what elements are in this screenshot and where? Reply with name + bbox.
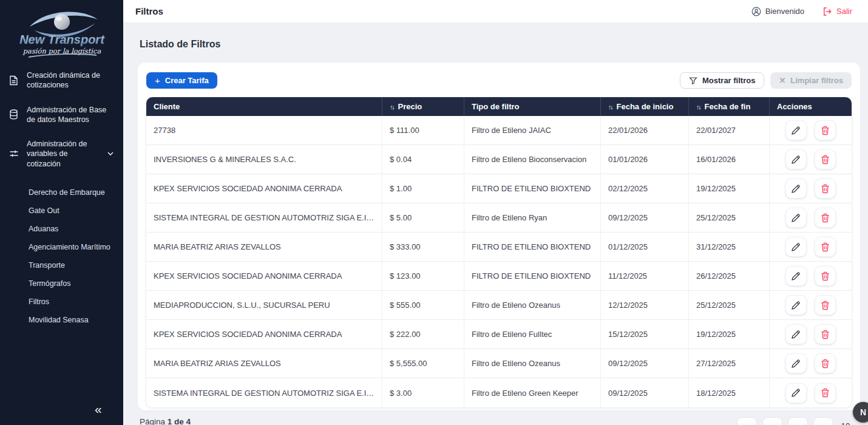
sidebar-item-label: Creación dinámica de cotizaciones <box>27 70 115 90</box>
show-filters-button[interactable]: Mostrar filtros <box>680 72 764 89</box>
edit-button[interactable] <box>785 178 807 199</box>
sidebar-item-creacion-cotizaciones[interactable]: Creación dinámica de cotizaciones <box>8 70 115 90</box>
welcome-menu[interactable]: Bienvenido <box>751 7 804 16</box>
cell-acciones <box>769 116 852 145</box>
cell-precio: $ 123.00 <box>382 262 464 291</box>
sidebar-item-bd-maestros[interactable]: Administración de Base de datos Maestros <box>8 105 115 125</box>
sidebar-subitem[interactable]: Gate Out <box>29 202 115 220</box>
table-row: SISTEMA INTEGRAL DE GESTION AUTOMOTRIZ S… <box>146 378 852 407</box>
sidebar-item-variables-cotizacion[interactable]: Administración de variables de cotizació… <box>8 139 115 169</box>
sidebar-subitem[interactable]: Aduanas <box>29 220 115 238</box>
sidebar-subitem-label: Movilidad Senasa <box>29 316 89 324</box>
cell-tipo-filtro: Filtro de Etileno Bioconservacion <box>464 145 600 174</box>
delete-button[interactable] <box>815 266 836 286</box>
next-page-button[interactable]: › <box>788 417 808 425</box>
table-row: MARIA BEATRIZ ARIAS ZEVALLOS $ 333.00 FI… <box>146 233 852 262</box>
sidebar-subitem[interactable]: Movilidad Senasa <box>29 311 115 329</box>
pagination-controls: « ‹ › » 10 ⌄ <box>737 417 858 425</box>
cell-cliente: SISTEMA INTEGRAL DE GESTION AUTOMOTRIZ S… <box>146 378 382 407</box>
cell-tipo-filtro: Filtro de Etileno Ozeanus <box>464 349 600 378</box>
collapse-icon: « <box>95 402 102 416</box>
page-indicator: Página 1 de 4 <box>140 417 191 425</box>
delete-button[interactable] <box>815 295 836 315</box>
cell-fecha-inicio: 01/12/2025 <box>600 233 688 262</box>
logout-button[interactable]: Salir <box>822 7 852 16</box>
cell-tipo-filtro: Filtro de Etileno Ryan <box>464 203 600 233</box>
sidebar-subitem[interactable]: Termógrafos <box>29 274 115 293</box>
database-icon <box>8 109 19 120</box>
column-fecha-inicio[interactable]: ↑↓Fecha de inicio <box>600 97 688 116</box>
edit-button[interactable] <box>785 324 807 344</box>
logout-label: Salir <box>836 7 852 16</box>
trash-icon <box>821 330 830 339</box>
sidebar-subitem-label: Aduanas <box>29 225 58 233</box>
trash-icon <box>821 388 830 398</box>
filters-card: + Crear Tarifa Mostrar filtros ✕ <box>138 63 860 410</box>
trash-icon <box>821 271 830 281</box>
pencil-icon <box>791 330 801 339</box>
sidebar-item-label: Administración de variables de cotizació… <box>27 139 98 169</box>
edit-button[interactable] <box>785 383 807 403</box>
cell-fecha-fin: 18/12/2025 <box>688 378 769 407</box>
double-chevron-right-icon: » <box>821 421 826 425</box>
sidebar-collapse-button[interactable]: « <box>95 403 102 415</box>
sidebar-subitem-label: Termógrafos <box>29 279 70 288</box>
sidebar-subitem[interactable]: Transporte <box>29 256 115 274</box>
double-chevron-left-icon: « <box>744 421 749 425</box>
delete-button[interactable] <box>815 149 836 169</box>
chevron-left-icon: ‹ <box>771 421 774 425</box>
table-row: INVERSIONES G & MINERALES S.A.C. $ 0.04 … <box>146 145 852 174</box>
cell-fecha-fin: 31/12/2025 <box>688 233 769 262</box>
cell-fecha-fin: 22/01/2027 <box>688 116 769 145</box>
first-page-button[interactable]: « <box>737 417 757 425</box>
pencil-icon <box>791 359 801 369</box>
svg-text:New Transport: New Transport <box>19 33 105 46</box>
column-precio[interactable]: ↑↓Precio <box>382 97 464 116</box>
document-icon <box>8 75 19 86</box>
clear-filters-button[interactable]: ✕ Limpiar filtros <box>770 72 852 89</box>
delete-button[interactable] <box>815 324 836 344</box>
topbar-right: Bienvenido Salir <box>751 7 852 16</box>
new-transport-logo: New Transport pasión por la logística <box>14 6 110 62</box>
delete-button[interactable] <box>815 208 836 228</box>
cell-precio: $ 222.00 <box>382 320 464 349</box>
cell-fecha-inicio: 09/12/2025 <box>600 203 688 233</box>
cell-tipo-filtro: FILTRO DE ETILENO BIOXTEND <box>464 174 600 203</box>
cell-fecha-inicio: 15/12/2025 <box>600 320 688 349</box>
prev-page-button[interactable]: ‹ <box>762 417 782 425</box>
delete-button[interactable] <box>815 178 836 199</box>
delete-button[interactable] <box>815 237 836 257</box>
trash-icon <box>821 213 830 223</box>
column-fecha-fin[interactable]: ↑↓Fecha de fin <box>688 97 769 116</box>
clear-filters-label: Limpiar filtros <box>790 76 843 85</box>
page-size-select[interactable]: 10 ⌄ <box>841 421 858 425</box>
cell-fecha-fin: 25/12/2025 <box>688 291 769 320</box>
delete-button[interactable] <box>815 353 836 373</box>
edit-button[interactable] <box>785 149 807 169</box>
column-cliente: Cliente <box>146 97 382 116</box>
table-row: MARIA BEATRIZ ARIAS ZEVALLOS $ 5,555.00 … <box>146 349 852 378</box>
sidebar-subitem[interactable]: Derecho de Embarque <box>29 183 115 202</box>
edit-button[interactable] <box>785 295 807 315</box>
edit-button[interactable] <box>785 266 807 286</box>
edit-button[interactable] <box>785 353 807 373</box>
cell-cliente: KPEX SERVICIOS SOCIEDAD ANONIMA CERRADA <box>146 320 382 349</box>
delete-button[interactable] <box>815 383 836 403</box>
edit-button[interactable] <box>785 208 807 228</box>
cell-acciones <box>769 349 852 378</box>
edit-button[interactable] <box>785 237 807 257</box>
topbar: Filtros Bienvenido Salir <box>123 0 868 22</box>
sidebar-subitem[interactable]: Filtros <box>29 293 115 311</box>
last-page-button[interactable]: » <box>813 417 833 425</box>
floating-badge-label: N <box>860 407 866 417</box>
funnel-icon <box>689 76 697 85</box>
sidebar-subitem[interactable]: Agenciamiento Marítimo <box>29 238 115 256</box>
pencil-icon <box>791 242 801 252</box>
create-tariff-button[interactable]: + Crear Tarifa <box>146 72 217 89</box>
edit-button[interactable] <box>785 120 807 140</box>
cell-acciones <box>769 174 852 203</box>
sort-icon: ↑↓ <box>390 103 394 110</box>
sort-icon: ↑↓ <box>608 103 612 110</box>
delete-button[interactable] <box>815 120 836 140</box>
filters-table: Cliente ↑↓Precio Tipo de filtro ↑↓Fecha … <box>146 97 852 407</box>
